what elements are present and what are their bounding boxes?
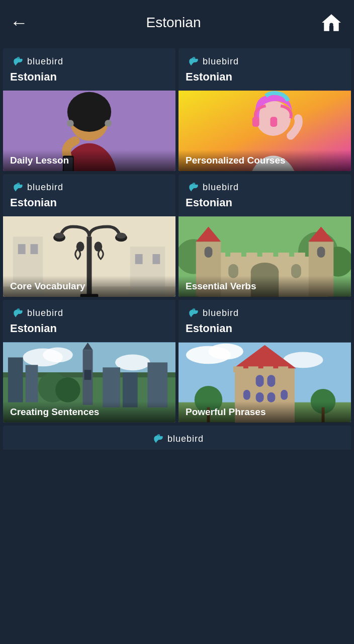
page-title: Estonian — [28, 15, 319, 31]
svg-rect-86 — [263, 366, 274, 372]
card-personalized-courses[interactable]: bluebird Estonian — [179, 48, 351, 171]
card-image-sentences: Creating Sentences — [3, 342, 175, 423]
svg-rect-41 — [278, 253, 289, 261]
card-label-phrases: Powerful Phrases — [179, 401, 351, 423]
card-image-phrases: Powerful Phrases — [179, 342, 351, 423]
card-image-daily: Daily Lesson — [3, 91, 175, 171]
svg-point-20 — [54, 232, 64, 238]
svg-marker-0 — [322, 14, 341, 31]
svg-rect-38 — [230, 253, 241, 261]
card-essential-verbs[interactable]: bluebird Estonian — [179, 174, 351, 297]
card-header-phrases: bluebird Estonian — [179, 300, 351, 342]
bluebird-logo-3: bluebird — [10, 180, 168, 194]
card-image-personalized: Personalized Courses — [179, 91, 351, 171]
svg-rect-42 — [294, 253, 305, 261]
partial-card[interactable]: bluebird — [3, 426, 351, 450]
svg-point-7 — [105, 120, 112, 127]
language-label-sentences: Estonian — [10, 322, 168, 338]
back-button[interactable]: ← — [10, 12, 28, 33]
svg-point-1 — [329, 23, 333, 27]
language-label-daily: Estonian — [10, 70, 168, 87]
language-label-vocabulary: Estonian — [10, 196, 168, 212]
svg-point-6 — [67, 120, 74, 127]
language-label-verbs: Estonian — [186, 196, 344, 212]
card-label-daily: Daily Lesson — [3, 150, 175, 171]
svg-rect-84 — [233, 366, 243, 372]
svg-rect-81 — [256, 392, 264, 403]
language-label-phrases: Estonian — [186, 322, 344, 338]
bluebird-logo-partial: bluebird — [150, 432, 204, 446]
svg-rect-48 — [205, 247, 213, 258]
svg-rect-78 — [267, 375, 275, 387]
brand-label-partial: bluebird — [167, 434, 204, 444]
svg-rect-67 — [147, 362, 167, 407]
language-label-personalized: Estonian — [186, 70, 344, 87]
card-core-vocabulary[interactable]: bluebird Estonian — [3, 174, 175, 297]
svg-rect-14 — [270, 117, 277, 127]
svg-rect-60 — [8, 357, 23, 402]
svg-rect-61 — [26, 365, 38, 402]
card-header-vocabulary: bluebird Estonian — [3, 174, 175, 216]
svg-rect-49 — [317, 247, 325, 258]
card-creating-sentences[interactable]: bluebird Estonian — [3, 300, 175, 423]
svg-point-56 — [43, 348, 72, 363]
svg-rect-85 — [248, 366, 258, 372]
svg-rect-82 — [267, 392, 275, 403]
card-image-verbs: Essential Verbs — [179, 216, 351, 297]
app-header: ← Estonian — [0, 0, 354, 45]
svg-rect-79 — [243, 390, 250, 400]
card-header-daily: bluebird Estonian — [3, 48, 175, 91]
brand-label-personalized: bluebird — [203, 56, 239, 67]
svg-rect-29 — [135, 254, 143, 264]
svg-point-5 — [67, 92, 111, 132]
card-image-vocabulary: Core Vocabulary — [3, 216, 175, 297]
svg-point-72 — [208, 344, 243, 360]
card-powerful-phrases[interactable]: bluebird Estonian — [179, 300, 351, 423]
svg-point-22 — [116, 232, 126, 238]
svg-point-69 — [55, 377, 80, 403]
card-label-verbs: Essential Verbs — [179, 276, 351, 297]
brand-label-vocabulary: bluebird — [27, 182, 63, 193]
brand-label-phrases: bluebird — [203, 308, 239, 318]
brand-label-daily: bluebird — [27, 56, 63, 67]
card-header-personalized: bluebird Estonian — [179, 48, 351, 91]
courses-grid: bluebird Estonian — [0, 45, 354, 426]
brand-label-sentences: bluebird — [27, 308, 63, 318]
card-header-verbs: bluebird Estonian — [179, 174, 351, 216]
svg-rect-87 — [278, 366, 288, 372]
svg-rect-27 — [31, 244, 38, 254]
card-label-vocabulary: Core Vocabulary — [3, 276, 175, 297]
bluebird-logo-6: bluebird — [186, 306, 344, 320]
svg-rect-26 — [18, 244, 26, 254]
home-button[interactable] — [319, 10, 344, 35]
svg-rect-39 — [246, 253, 257, 261]
svg-rect-64 — [84, 370, 92, 380]
brand-label-verbs: bluebird — [203, 182, 239, 193]
bluebird-logo-5: bluebird — [10, 306, 168, 320]
bluebird-logo-4: bluebird — [186, 180, 344, 194]
svg-rect-40 — [262, 253, 274, 261]
card-daily-lesson[interactable]: bluebird Estonian — [3, 48, 175, 171]
bluebird-logo-2: bluebird — [186, 54, 344, 68]
card-header-sentences: bluebird Estonian — [3, 300, 175, 342]
bluebird-logo: bluebird — [10, 54, 168, 68]
card-label-sentences: Creating Sentences — [3, 401, 175, 423]
svg-rect-13 — [252, 117, 259, 127]
svg-rect-77 — [256, 375, 264, 387]
svg-rect-80 — [281, 390, 288, 400]
card-label-personalized: Personalized Courses — [179, 150, 351, 171]
svg-point-57 — [115, 354, 150, 370]
svg-rect-30 — [152, 254, 160, 264]
